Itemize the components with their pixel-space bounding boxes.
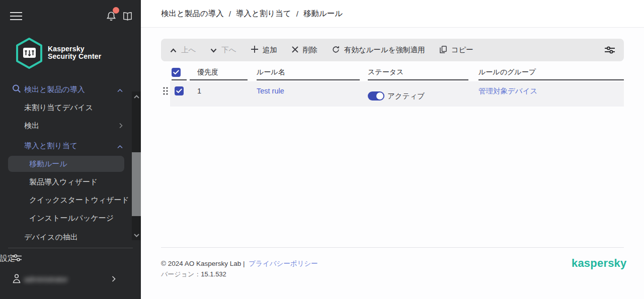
privacy-policy-link[interactable]: プライバシーポリシー bbox=[249, 260, 318, 267]
sidebar-item-label: 導入と割り当て bbox=[24, 141, 77, 151]
copyright-text: © 2024 AO Kaspersky Lab | bbox=[161, 260, 245, 267]
select-all-checkbox[interactable] bbox=[172, 68, 181, 77]
column-header-status[interactable]: ステータス bbox=[368, 65, 468, 80]
sidebar-item-user-account[interactable]: administrator bbox=[0, 270, 132, 288]
cell-priority: 1 bbox=[197, 86, 201, 95]
copy-icon bbox=[440, 46, 447, 55]
copy-label: コピー bbox=[451, 45, 473, 55]
add-label: 追加 bbox=[263, 45, 277, 55]
sidebar-item-label: 製品導入ウィザード bbox=[29, 177, 98, 187]
sidebar-item-settings[interactable]: 設定 bbox=[0, 249, 132, 267]
sidebar-item-label: デバイスの抽出 bbox=[24, 233, 78, 241]
sidebar-item-quick-start-wizard[interactable]: クイックスタートウィザード bbox=[0, 191, 132, 209]
sidebar-item-label: 移動ルール bbox=[29, 159, 67, 169]
move-up-label: 上へ bbox=[181, 45, 196, 55]
sidebar-item-unassigned-devices[interactable]: 未割り当てデバイス bbox=[0, 98, 132, 117]
version-value: 15.1.532 bbox=[201, 270, 226, 278]
version-label: バージョン： bbox=[161, 270, 201, 278]
sidebar: Kaspersky Security Center 検出と製品の導入 未割り当て… bbox=[0, 0, 141, 299]
chevron-up-icon bbox=[117, 85, 123, 94]
chevron-right-icon bbox=[119, 122, 123, 130]
toggle-knob bbox=[376, 92, 383, 99]
move-down-label: 下へ bbox=[221, 45, 236, 55]
refresh-icon bbox=[332, 46, 340, 55]
copyright-line: © 2024 AO Kaspersky Lab | プライバシーポリシー bbox=[161, 259, 318, 268]
user-name-masked: administrator bbox=[24, 275, 68, 283]
footer-divider bbox=[161, 247, 624, 248]
add-rule-button[interactable]: 追加 bbox=[251, 45, 277, 55]
scrollbar-thumb[interactable] bbox=[132, 152, 141, 216]
sidebar-item-label: クイックスタートウィザード bbox=[29, 195, 129, 205]
column-header-priority[interactable]: 優先度 bbox=[190, 65, 248, 80]
chevron-down-icon bbox=[210, 46, 217, 54]
page-title: 移動ルール bbox=[303, 9, 343, 19]
user-icon bbox=[12, 273, 21, 285]
toolbar: 上へ 下へ 追加 削除 有効なルールを bbox=[161, 39, 624, 61]
sidebar-item-deployment-assignment[interactable]: 導入と割り当て bbox=[0, 137, 132, 155]
sidebar-item-discovery[interactable]: 検出 bbox=[0, 117, 132, 135]
breadcrumb-separator: / bbox=[296, 10, 298, 19]
force-apply-rules-button[interactable]: 有効なルールを強制適用 bbox=[332, 45, 425, 55]
scroll-up-icon[interactable] bbox=[132, 92, 141, 101]
sidebar-divider bbox=[8, 248, 133, 248]
chevron-right-icon bbox=[112, 275, 116, 283]
status-toggle[interactable] bbox=[368, 91, 384, 101]
book-icon[interactable] bbox=[122, 12, 133, 23]
copy-rule-button[interactable]: コピー bbox=[440, 45, 473, 55]
kaspersky-logo-icon bbox=[15, 37, 44, 71]
logo-line2: Security Center bbox=[48, 53, 101, 60]
rule-name-link[interactable]: Test rule bbox=[257, 86, 284, 95]
column-header-rule-name[interactable]: ルール名 bbox=[257, 65, 360, 80]
row-checkbox[interactable] bbox=[175, 86, 184, 95]
force-apply-label: 有効なルールを強制適用 bbox=[344, 45, 425, 55]
notification-dot bbox=[113, 7, 119, 14]
version-line: バージョン：15.1.532 bbox=[161, 270, 226, 279]
breadcrumb-item-deployment-assignment[interactable]: 導入と割り当て bbox=[236, 9, 291, 19]
move-up-button[interactable]: 上へ bbox=[170, 45, 196, 55]
column-header-rule-group[interactable]: ルールのグループ bbox=[478, 65, 624, 80]
breadcrumb-item-discovery-deployment[interactable]: 検出と製品の導入 bbox=[161, 9, 224, 19]
status-label: アクティブ bbox=[387, 91, 425, 101]
sidebar-scrollbar[interactable] bbox=[132, 91, 141, 240]
delete-label: 削除 bbox=[303, 45, 317, 55]
sidebar-item-label: 未割り当てデバイス bbox=[24, 103, 93, 113]
plus-icon bbox=[251, 46, 258, 54]
scroll-down-icon[interactable] bbox=[132, 231, 141, 239]
row-select-cell bbox=[175, 86, 184, 95]
main-content: 検出と製品の導入 / 導入と割り当て / 移動ルール 上へ 下へ 追加 bbox=[141, 0, 644, 299]
sidebar-item-label: 検出と製品の導入 bbox=[24, 85, 85, 94]
filter-columns-icon[interactable] bbox=[605, 46, 615, 54]
search-icon bbox=[12, 84, 21, 95]
kaspersky-wordmark: kaspersky bbox=[572, 257, 624, 270]
delete-rule-button[interactable]: 削除 bbox=[292, 45, 317, 55]
sidebar-item-installation-packages[interactable]: インストールパッケージ bbox=[0, 209, 132, 227]
sidebar-item-label: インストールパッケージ bbox=[29, 214, 114, 223]
chevron-up-icon bbox=[117, 142, 123, 150]
breadcrumb-separator: / bbox=[229, 10, 231, 19]
menu-icon[interactable] bbox=[10, 12, 22, 21]
logo-text: Kaspersky Security Center bbox=[48, 45, 101, 60]
sliders-icon bbox=[12, 254, 22, 263]
select-all-cell bbox=[172, 65, 187, 80]
rule-group-link[interactable]: 管理対象デバイス bbox=[478, 86, 537, 95]
page-header: 検出と製品の導入 / 導入と割り当て / 移動ルール bbox=[141, 0, 644, 28]
sidebar-item-moving-rules-selected[interactable]: 移動ルール bbox=[8, 156, 124, 172]
sidebar-item-discovery-deployment[interactable]: 検出と製品の導入 bbox=[0, 83, 132, 98]
chevron-up-icon bbox=[170, 46, 177, 54]
drag-handle-icon[interactable] bbox=[163, 86, 169, 95]
sidebar-item-label: 検出 bbox=[24, 121, 39, 131]
x-icon bbox=[292, 46, 298, 54]
sidebar-item-deployment-wizard[interactable]: 製品導入ウィザード bbox=[0, 173, 132, 191]
sidebar-menu-scrollarea: 検出と製品の導入 未割り当てデバイス 検出 導入と割り当て bbox=[0, 83, 132, 240]
logo-line1: Kaspersky bbox=[48, 45, 101, 53]
move-down-button[interactable]: 下へ bbox=[210, 45, 236, 55]
sidebar-item-device-selections[interactable]: デバイスの抽出 bbox=[0, 228, 132, 240]
breadcrumb: 検出と製品の導入 / 導入と割り当て / 移動ルール bbox=[161, 0, 343, 28]
